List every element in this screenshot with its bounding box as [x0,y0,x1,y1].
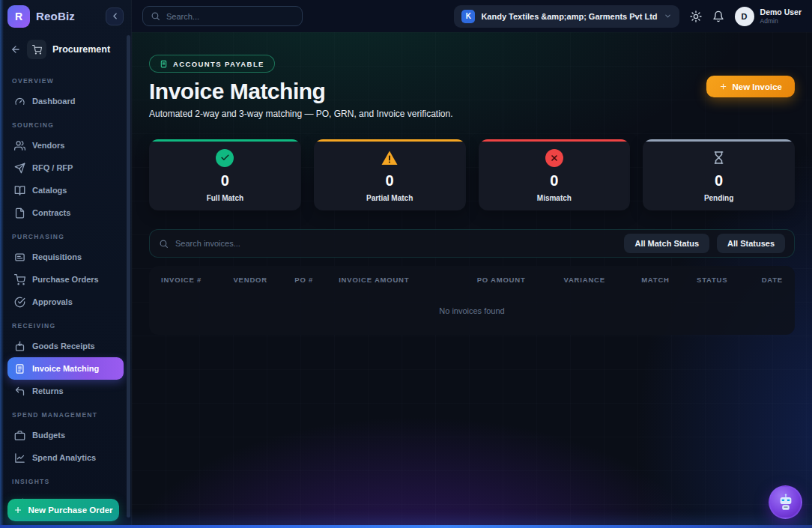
stat-label: Full Match [207,194,243,202]
plus-icon [719,82,727,91]
book-icon [14,185,25,196]
sidebar-item-label: Purchase Orders [32,275,99,284]
stat-label: Partial Match [366,194,413,202]
sidebar-item-requisitions[interactable]: Requisitions [7,246,124,268]
table-header-row: INVOICE # VENDOR PO # INVOICE AMOUNT PO … [149,266,795,291]
section-label-overview: OVERVIEW [12,77,119,85]
global-search[interactable] [142,6,303,26]
page-subtitle: Automated 2-way and 3-way matching — PO,… [149,109,795,119]
robot-icon [776,493,796,512]
check-circle-icon [216,149,234,167]
module-label: Procurement [52,44,110,55]
notifications-button[interactable] [712,10,724,22]
sidebar-collapse-button[interactable] [106,7,124,25]
company-name: Kandy Textiles &amp;amp; Garments Pvt Lt… [481,12,657,21]
company-selector[interactable]: K Kandy Textiles &amp;amp; Garments Pvt … [454,5,679,28]
stat-value: 0 [550,173,558,188]
match-status-select[interactable]: All Match Status [624,234,709,253]
column-header-match: MATCH [605,276,670,284]
sidebar-item-spend-analytics[interactable]: Spend Analytics [7,446,124,469]
stat-value: 0 [715,173,723,188]
sidebar-item-label: Budgets [32,431,65,440]
sidebar-item-invoice-matching[interactable]: Invoice Matching [7,357,124,380]
stat-label: Pending [704,194,733,202]
app-window: R ReoBiz Procurement OVERVIEW Dashboard … [0,0,812,528]
sidebar-item-vendors[interactable]: Vendors [7,134,124,157]
column-header-status: STATUS [670,276,728,284]
status-select[interactable]: All Statuses [717,234,785,253]
line-chart-icon [14,452,25,464]
sidebar-item-label: Spend Analytics [32,453,96,462]
new-purchase-order-button[interactable]: New Purchase Order [7,499,119,521]
search-icon [159,239,169,249]
sidebar-header: R ReoBiz [0,0,131,32]
column-header-po-number: PO # [294,276,339,284]
stat-card-full-match: 0 Full Match [149,139,301,210]
file-text-icon [14,207,25,219]
chevron-down-icon [664,12,672,20]
column-header-po-amount: PO AMOUNT [434,276,526,284]
warning-triangle-icon [381,149,399,167]
sidebar-item-rfq-rfp[interactable]: RFQ / RFP [7,157,124,179]
page-content: ACCOUNTS PAYABLE Invoice Matching Automa… [132,32,812,528]
sidebar-item-label: RFQ / RFP [32,163,73,172]
user-menu[interactable]: D Demo User Admin [735,7,802,26]
topbar-right: K Kandy Textiles &amp;amp; Garments Pvt … [454,5,802,28]
new-purchase-order-label: New Purchase Order [28,506,112,515]
clipboard-list-icon [14,252,25,263]
invoices-table: INVOICE # VENDOR PO # INVOICE AMOUNT PO … [149,266,795,335]
check-circle-icon [14,297,25,308]
sidebar-item-catalogs[interactable]: Catalogs [7,179,124,201]
section-label-spend-management: SPEND MANAGEMENT [12,411,119,419]
sidebar-item-label: Approvals [32,297,73,306]
stat-card-pending: 0 Pending [643,139,795,210]
table-empty-state: No invoices found [149,291,795,335]
sidebar-item-dashboard[interactable]: Dashboard [7,90,124,112]
sidebar-item-label: Dashboard [32,97,75,106]
new-invoice-button[interactable]: New Invoice [706,76,795,97]
column-header-vendor: VENDOR [233,276,294,284]
sidebar-item-label: Invoice Matching [32,364,99,373]
invoice-search[interactable] [159,239,616,249]
section-label-purchasing: PURCHASING [12,233,119,240]
sidebar-item-label: Vendors [32,141,64,150]
invoice-search-input[interactable] [175,239,616,248]
section-label-insights: INSIGHTS [12,478,119,485]
accounts-payable-badge: ACCOUNTS PAYABLE [149,55,275,73]
section-label-sourcing: SOURCING [12,121,119,129]
stat-cards: 0 Full Match 0 Partial Match 0 Mismatch … [149,139,795,210]
back-arrow-icon[interactable] [10,44,21,55]
chat-assistant-button[interactable] [769,485,802,519]
chevron-left-icon [110,11,120,21]
sidebar-item-label: Requisitions [32,252,82,261]
column-header-invoice-number: INVOICE # [161,276,233,284]
sidebar-item-goods-receipts[interactable]: Goods Receipts [7,335,124,357]
sidebar-item-approvals[interactable]: Approvals [7,291,124,313]
sidebar-item-purchase-orders[interactable]: Purchase Orders [7,268,124,291]
briefcase-icon [14,430,25,441]
sidebar-item-label: Goods Receipts [32,342,95,351]
sidebar-item-budgets[interactable]: Budgets [7,424,124,446]
sidebar-scrollbar[interactable] [127,35,130,518]
plus-icon [13,506,22,515]
brand-name: ReoBiz [36,10,100,22]
company-initial-badge: K [461,10,475,23]
page-title: Invoice Matching [149,79,795,104]
gauge-icon [14,96,25,107]
send-icon [14,163,25,174]
column-header-variance: VARIANCE [526,276,605,284]
sidebar-item-label: Returns [32,386,64,395]
hourglass-icon [712,151,726,165]
sidebar-item-returns[interactable]: Returns [7,380,124,402]
sidebar-item-contracts[interactable]: Contracts [7,201,124,224]
package-icon [14,341,25,352]
main-area: K Kandy Textiles &amp;amp; Garments Pvt … [132,0,812,528]
sun-icon [690,10,702,22]
column-header-date: DATE [727,276,783,284]
cart-icon [27,40,46,59]
theme-toggle-button[interactable] [690,10,702,22]
badge-label: ACCOUNTS PAYABLE [173,60,264,68]
stat-value: 0 [386,173,394,188]
global-search-input[interactable] [166,12,294,21]
sidebar-item-label: Catalogs [32,186,67,195]
